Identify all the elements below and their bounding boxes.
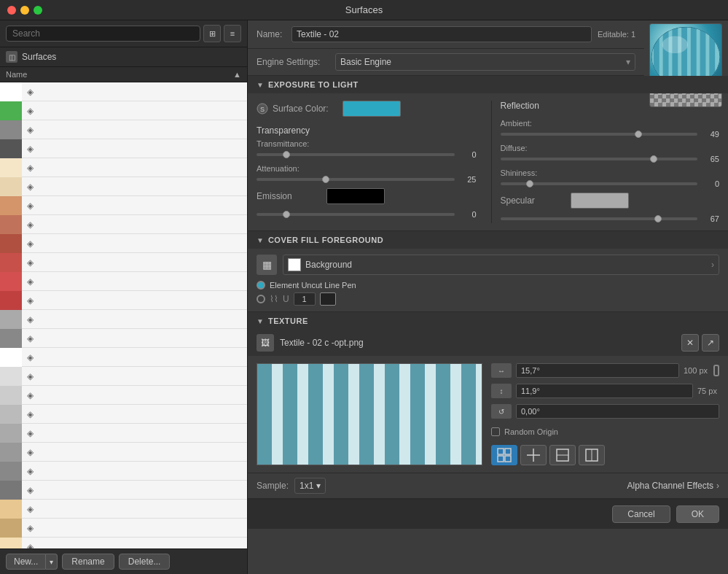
height-icon: ↕	[491, 384, 512, 398]
diffuse-label: Diffuse:	[501, 144, 528, 152]
texture-body: ↔ 100 px ↕	[248, 356, 728, 473]
name-input[interactable]	[291, 26, 592, 42]
specular-color-swatch[interactable]	[571, 193, 629, 209]
search-input[interactable]	[6, 26, 200, 42]
shininess-thumb[interactable]	[526, 180, 533, 187]
texture-height-row: ↕ 75 px	[491, 384, 719, 398]
random-origin-checkbox[interactable]	[491, 427, 500, 436]
texture-export-button[interactable]: ↗	[702, 334, 719, 352]
color-swatch	[0, 443, 22, 462]
sidebar: ⊞ ≡ ◫ Surfaces Name ▲ ◈ ◈ ◈	[0, 20, 248, 574]
pen-value-input[interactable]	[294, 292, 316, 306]
emission-thumb[interactable]	[283, 211, 290, 218]
color-swatch	[0, 120, 22, 139]
window-controls[interactable]	[7, 6, 42, 15]
color-swatch	[0, 234, 22, 253]
view-grid-icon[interactable]: ⊞	[203, 25, 221, 42]
list-item[interactable]: ◈	[0, 462, 247, 481]
texture-icon: ◈	[22, 330, 38, 346]
list-item[interactable]: ◈	[0, 139, 247, 158]
new-button[interactable]: New...	[6, 554, 46, 570]
diffuse-thumb[interactable]	[650, 155, 657, 163]
shininess-track[interactable]	[501, 182, 698, 185]
pen-color-swatch[interactable]	[320, 292, 336, 306]
tile-btn-2[interactable]	[520, 445, 547, 465]
titlebar: Surfaces	[0, 0, 728, 20]
maximize-button[interactable]	[34, 6, 42, 15]
diffuse-track[interactable]	[501, 158, 698, 160]
chain-link-icon	[713, 365, 719, 376]
list-item[interactable]: ◈	[0, 215, 247, 234]
list-item[interactable]: ◈	[0, 519, 247, 538]
list-item[interactable]: ◈	[0, 405, 247, 424]
shininess-slider-row: 0	[501, 179, 720, 188]
exposure-section-header[interactable]: ▼ EXPOSURE TO LIGHT	[248, 76, 728, 93]
materials-list[interactable]: ◈ ◈ ◈ ◈ ◈	[0, 82, 247, 548]
list-item[interactable]: ◈	[0, 253, 247, 272]
sample-select[interactable]: 1x1 ▾	[294, 478, 326, 494]
surface-color-swatch[interactable]	[343, 101, 401, 117]
radio-button-empty[interactable]	[257, 295, 265, 303]
stripe-pattern	[257, 364, 482, 465]
list-item[interactable]: ◈	[0, 177, 247, 196]
texture-width-input[interactable]	[516, 363, 679, 378]
list-item[interactable]: ◈	[0, 424, 247, 443]
texture-section-header[interactable]: ▼ TEXTURE	[248, 312, 728, 330]
ambient-thumb[interactable]	[635, 131, 642, 138]
emission-color-swatch[interactable]	[326, 188, 385, 204]
list-item[interactable]: ◈	[0, 538, 247, 548]
list-item[interactable]: ◈	[0, 481, 247, 500]
texture-close-button[interactable]: ✕	[681, 334, 699, 352]
alpha-effects-row[interactable]: Alpha Channel Effects ›	[627, 481, 719, 491]
texture-filename: Textile - 02 c -opt.png	[280, 338, 676, 348]
list-item[interactable]: ◈	[0, 82, 247, 101]
tile-btn-4[interactable]	[579, 445, 605, 465]
list-item[interactable]: ◈	[0, 348, 247, 367]
delete-button[interactable]: Delete...	[119, 554, 171, 570]
engine-select[interactable]: Basic Engine ▾	[335, 53, 635, 71]
new-button-group[interactable]: New... ▾	[6, 554, 58, 570]
attenuation-track[interactable]	[257, 178, 455, 181]
texture-section-title: TEXTURE	[268, 317, 308, 325]
specular-track[interactable]	[501, 217, 698, 220]
list-item[interactable]: ◈	[0, 310, 247, 329]
list-item[interactable]: ◈	[0, 158, 247, 177]
color-swatch	[0, 101, 22, 120]
list-item[interactable]: ◈	[0, 500, 247, 519]
texture-height-input[interactable]	[516, 384, 693, 398]
list-item[interactable]: ◈	[0, 329, 247, 348]
emission-label: Emission	[257, 191, 322, 201]
list-item[interactable]: ◈	[0, 443, 247, 462]
new-dropdown-arrow[interactable]: ▾	[46, 554, 58, 570]
specular-thumb[interactable]	[654, 215, 662, 222]
list-item[interactable]: ◈	[0, 196, 247, 215]
list-item[interactable]: ◈	[0, 101, 247, 120]
list-item[interactable]: ◈	[0, 272, 247, 291]
ambient-group: Ambient: 49	[501, 118, 720, 139]
color-swatch	[0, 500, 22, 519]
minimize-button[interactable]	[20, 6, 29, 15]
tile-btn-3[interactable]	[549, 445, 576, 465]
radio-button-filled[interactable]	[257, 281, 265, 290]
rename-button[interactable]: Rename	[62, 554, 114, 570]
cover-fill-header[interactable]: ▼ COVER FILL FOREGROUND	[248, 231, 728, 249]
tile-btn-1[interactable]	[491, 445, 517, 465]
ambient-track[interactable]	[501, 133, 698, 136]
list-item[interactable]: ◈	[0, 234, 247, 253]
texture-rotation-input[interactable]	[516, 404, 719, 419]
close-button[interactable]	[7, 6, 16, 15]
background-select[interactable]: Background ›	[283, 255, 719, 275]
list-item[interactable]: ◈	[0, 367, 247, 386]
texture-icon: ◈	[22, 274, 38, 290]
ok-button[interactable]: OK	[676, 505, 719, 523]
cancel-button[interactable]: Cancel	[612, 505, 670, 523]
emission-track[interactable]	[257, 213, 455, 216]
transmittance-track[interactable]	[257, 153, 455, 156]
list-item[interactable]: ◈	[0, 120, 247, 139]
list-item[interactable]: ◈	[0, 386, 247, 405]
view-list-icon[interactable]: ≡	[224, 25, 241, 42]
list-item[interactable]: ◈	[0, 291, 247, 310]
transmittance-thumb[interactable]	[283, 151, 290, 158]
attenuation-thumb[interactable]	[322, 176, 329, 183]
sample-dropdown-icon: ▾	[316, 481, 321, 491]
